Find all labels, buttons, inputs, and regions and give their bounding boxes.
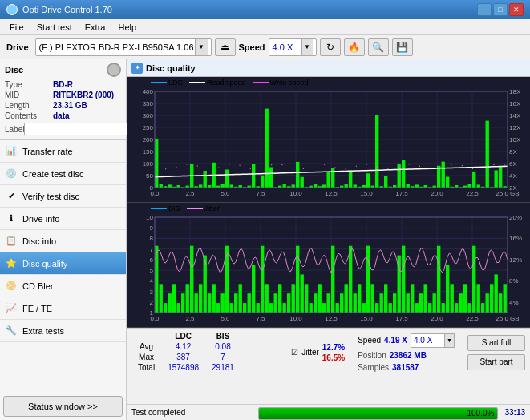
speed-combo-value: 4.0 X: [411, 336, 444, 345]
max-row: Max 387 7: [131, 352, 241, 362]
disc-length-value: 23.31 GB: [53, 101, 87, 110]
col-empty: [131, 332, 161, 341]
sidebar-item-cd-bler[interactable]: 📀 CD Bler: [0, 275, 126, 297]
close-button[interactable]: ✕: [509, 3, 524, 16]
read-speed-legend-label: Read speed: [207, 79, 246, 87]
jitter-legend-label: Jitter: [204, 204, 220, 212]
disc-info-table: Type BD-R MID RITEKBR2 (000) Length 23.3…: [5, 80, 121, 136]
speed-select-arrow: ▼: [301, 39, 313, 55]
burn-button[interactable]: 🔥: [344, 38, 365, 56]
sidebar: Disc Type BD-R MID RITEKBR2 (000) Length…: [0, 59, 127, 420]
speed-display: Speed 4.19 X 4.0 X ▼: [358, 333, 455, 348]
write-speed-legend-label: Write speed: [270, 79, 309, 87]
bis-legend-label: BIS: [168, 204, 180, 212]
create-test-disc-icon: 💿: [5, 168, 18, 180]
sidebar-item-verify-test-disc[interactable]: ✔ Verify test disc: [0, 185, 126, 208]
disc-quality-header: ✦ Disc quality: [127, 59, 530, 77]
sidebar-item-label: Disc info: [22, 236, 56, 246]
top-chart-legend: LDC Read speed Write speed: [151, 79, 308, 87]
scan-button[interactable]: 🔍: [368, 38, 389, 56]
ldc-bis-table: LDC BIS Avg 4.12 0.08 Max: [131, 332, 285, 373]
disc-contents-row: Contents data: [5, 111, 121, 120]
total-ldc: 1574898: [161, 362, 205, 373]
avg-row: Avg 4.12 0.08: [131, 341, 241, 353]
main-content: ✦ Disc quality LDC Read speed: [127, 59, 530, 420]
disc-mid-value: RITEKBR2 (000): [53, 91, 114, 99]
extra-tests-icon: 🔧: [5, 325, 18, 337]
speed-value: 4.0 X: [273, 42, 301, 52]
action-buttons: Start full Start part: [467, 335, 525, 370]
disc-panel: Disc Type BD-R MID RITEKBR2 (000) Length…: [0, 59, 126, 140]
charts-area: LDC Read speed Write speed: [127, 77, 530, 328]
sidebar-item-create-test-disc[interactable]: 💿 Create test disc: [0, 163, 126, 185]
bottom-bar: Test completed 100.0% 33:13: [127, 404, 530, 420]
eject-button[interactable]: ⏏: [215, 38, 236, 56]
disc-length-row: Length 23.31 GB: [5, 101, 121, 110]
disc-quality-icon: ⭐: [5, 257, 18, 270]
sidebar-item-label: Verify test disc: [22, 192, 79, 201]
sidebar-item-label: Disc quality: [22, 259, 67, 269]
disc-panel-title: Disc: [5, 65, 23, 75]
disc-contents-value: data: [53, 111, 70, 120]
sidebar-item-transfer-rate[interactable]: 📊 Transfer rate: [0, 140, 126, 163]
disc-panel-header: Disc: [5, 63, 121, 77]
sidebar-item-extra-tests[interactable]: 🔧 Extra tests: [0, 320, 126, 342]
nav-items: 📊 Transfer rate 💿 Create test disc ✔ Ver…: [0, 140, 126, 393]
drive-select[interactable]: (F:) PLEXTOR BD-R PX-LB950SA 1.06 ▼: [35, 38, 212, 56]
ldc-legend-label: LDC: [168, 79, 183, 87]
disc-quality-header-icon: ✦: [131, 63, 143, 74]
samples-row: Samples 381587: [358, 363, 455, 372]
samples-value: 381587: [392, 363, 419, 372]
save-button[interactable]: 💾: [392, 38, 413, 56]
speed-select[interactable]: 4.0 X ▼: [269, 38, 317, 56]
sidebar-item-label: CD Bler: [22, 281, 54, 291]
menu-help[interactable]: Help: [111, 21, 143, 34]
sidebar-item-drive-info[interactable]: ℹ Drive info: [0, 208, 126, 230]
menu-start-test[interactable]: Start test: [30, 21, 79, 34]
samples-label: Samples: [358, 363, 389, 372]
start-part-button[interactable]: Start part: [467, 354, 525, 370]
maximize-button[interactable]: □: [493, 3, 508, 16]
col-ldc: LDC: [161, 332, 205, 341]
disc-info-icon: 📋: [5, 235, 18, 248]
progress-label: 100.0%: [467, 409, 495, 418]
speed-label: Speed: [239, 42, 265, 52]
total-bis: 29181: [205, 362, 241, 373]
position-value: 23862 MB: [390, 351, 427, 360]
menu-file[interactable]: File: [3, 21, 30, 34]
start-full-button[interactable]: Start full: [467, 335, 525, 351]
status-text: Test completed: [131, 408, 252, 417]
jitter-checkbox[interactable]: ☑: [291, 348, 298, 357]
drive-select-arrow: ▼: [195, 39, 208, 55]
sidebar-item-disc-info[interactable]: 📋 Disc info: [0, 230, 126, 252]
disc-label-input[interactable]: [24, 123, 131, 135]
disc-type-value: BD-R: [53, 80, 73, 89]
drive-select-value: (F:) PLEXTOR BD-R PX-LB950SA 1.06: [39, 42, 195, 52]
position-row: Position 23862 MB: [358, 351, 455, 360]
sidebar-item-disc-quality[interactable]: ⭐ Disc quality: [0, 252, 126, 275]
sidebar-item-label: Drive info: [22, 214, 59, 224]
jitter-section: ☑ Jitter 12.7% 16.5%: [291, 343, 345, 362]
speed-stat-label: Speed: [358, 336, 381, 345]
drive-label: Drive: [3, 42, 32, 52]
progress-bar-fill: [259, 408, 498, 419]
avg-ldc: 4.12: [161, 341, 205, 353]
cd-bler-icon: 📀: [5, 280, 18, 293]
sidebar-item-fe-te[interactable]: 📈 FE / TE: [0, 297, 126, 320]
col-bis: BIS: [205, 332, 241, 341]
drive-info-icon: ℹ: [5, 212, 18, 225]
menu-bar: File Start test Extra Help: [0, 19, 530, 35]
sidebar-item-label: Transfer rate: [22, 147, 73, 156]
refresh-button[interactable]: ↻: [320, 38, 341, 56]
position-label: Position: [358, 351, 386, 360]
menu-extra[interactable]: Extra: [79, 21, 112, 34]
minimize-button[interactable]: ─: [477, 3, 492, 16]
disc-type-row: Type BD-R: [5, 80, 121, 89]
sidebar-item-label: FE / TE: [22, 304, 52, 313]
max-bis: 7: [205, 352, 241, 362]
transfer-rate-icon: 📊: [5, 145, 18, 158]
status-window-btn[interactable]: Status window >>: [3, 396, 123, 417]
avg-bis: 0.08: [205, 341, 241, 353]
speed-combo[interactable]: 4.0 X ▼: [411, 333, 455, 348]
jitter-max: 16.5%: [322, 353, 345, 362]
